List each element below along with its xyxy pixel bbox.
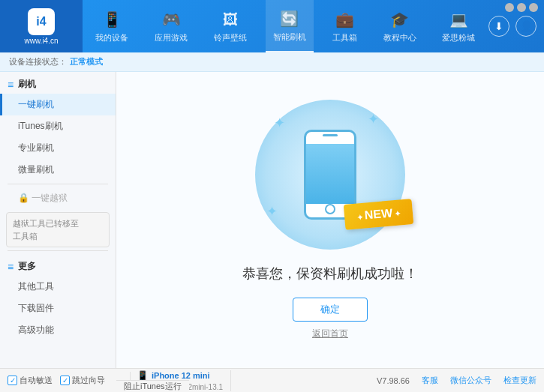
- logo-text: i4: [36, 15, 46, 28]
- illustration: ✦ ✦ ✦ NEW: [255, 100, 405, 250]
- sparkle-2: ✦: [368, 111, 379, 127]
- update-link[interactable]: 检查更新: [503, 375, 536, 386]
- minimize-btn[interactable]: [505, 3, 514, 12]
- nav-my-device-label: 我的设备: [95, 32, 128, 43]
- download-btn[interactable]: ⬇: [488, 16, 509, 37]
- other-tools-label: 其他工具: [18, 281, 54, 292]
- sidebar-item-other-tools[interactable]: 其他工具: [0, 276, 116, 298]
- phone-home: [325, 204, 335, 214]
- sidebar-divider-1: [8, 184, 108, 184]
- header-right: ⬇ 👤: [488, 16, 544, 37]
- flash-section-label: 刷机: [18, 78, 36, 91]
- header: i4 www.i4.cn 📱 我的设备 🎮 应用游戏 🖼 铃声壁纸 🔄 智能刷机…: [0, 0, 544, 52]
- bottom-bar: ✓ 自动敏送 ✓ 跳过向导 📱 iPhone 12 mini 64GB Down…: [0, 368, 544, 392]
- pro-flash-label: 专业刷机: [18, 142, 54, 153]
- apps-icon: 🎮: [161, 9, 182, 30]
- toolbox-icon: 💼: [334, 9, 355, 30]
- sidebar-item-jailbreak: 🔒 一键越狱: [0, 187, 116, 209]
- nav-smart-flash[interactable]: 🔄 智能刷机: [266, 0, 314, 52]
- nav-toolbox[interactable]: 💼 工具箱: [325, 0, 365, 52]
- fans-icon: 💻: [448, 9, 469, 30]
- jailbreak-warning-text: 越狱工具已转移至 工具箱: [13, 219, 79, 241]
- jailbreak-label: 一键越狱: [32, 193, 68, 203]
- nav-toolbox-label: 工具箱: [332, 32, 357, 43]
- sparkle-3: ✦: [266, 203, 278, 220]
- sidebar-item-pro-flash[interactable]: 专业刷机: [0, 137, 116, 159]
- auto-send-label: 自动敏送: [20, 375, 53, 386]
- one-click-flash-label: 一键刷机: [18, 99, 54, 109]
- nav-apps[interactable]: 🎮 应用游戏: [147, 0, 195, 52]
- tutorial-icon: 🎓: [389, 9, 410, 30]
- skip-wizard-label: 跳过向导: [72, 375, 105, 386]
- nav-tutorial-label: 教程中心: [383, 32, 416, 43]
- status-value: 正常模式: [70, 56, 103, 67]
- skip-wizard-checkbox[interactable]: ✓ 跳过向导: [60, 375, 105, 386]
- nav-wallpaper[interactable]: 🖼 铃声壁纸: [206, 0, 254, 52]
- jailbreak-warning: 越狱工具已转移至 工具箱: [6, 212, 110, 247]
- bottom-left: ✓ 自动敏送 ✓ 跳过向导: [8, 375, 124, 386]
- nav-apps-label: 应用游戏: [155, 32, 188, 43]
- auto-send-checkbox[interactable]: ✓ 自动敏送: [8, 375, 53, 386]
- nav-fans[interactable]: 💻 爱思粉城: [434, 0, 482, 52]
- status-label: 设备连接状态：: [9, 56, 67, 67]
- save-flash-label: 微量刷机: [18, 164, 54, 175]
- more-section-icon: ≡: [8, 261, 14, 273]
- advanced-label: 高级功能: [18, 325, 54, 335]
- service-link[interactable]: 客服: [422, 375, 438, 386]
- sidebar-item-download-fw[interactable]: 下载固件: [0, 298, 116, 319]
- sidebar-item-save-flash[interactable]: 微量刷机: [0, 159, 116, 181]
- status-bar: 设备连接状态： 正常模式: [0, 52, 544, 72]
- nav-wallpaper-label: 铃声壁纸: [214, 32, 247, 43]
- smart-flash-icon: 🔄: [279, 8, 300, 29]
- main-layout: ≡ 刷机 一键刷机 iTunes刷机 专业刷机 微量刷机 🔒 一键越狱 越狱工具…: [0, 72, 544, 368]
- itunes-flash-label: iTunes刷机: [18, 121, 63, 131]
- sparkle-1: ✦: [274, 115, 285, 131]
- maximize-btn[interactable]: [517, 3, 526, 12]
- logo-subtitle: www.i4.cn: [24, 37, 58, 45]
- content-area: ✦ ✦ ✦ NEW 恭喜您，保资料刷机成功啦！ 确定 返回首页: [116, 72, 544, 368]
- auto-send-check-icon: ✓: [8, 376, 17, 385]
- skip-wizard-check-icon: ✓: [60, 376, 70, 385]
- sidebar-section-flash: ≡ 刷机: [0, 72, 116, 94]
- phone-circle: ✦ ✦ ✦ NEW: [255, 100, 405, 250]
- logo-icon: i4: [28, 8, 55, 35]
- account-btn[interactable]: 👤: [515, 16, 536, 37]
- success-text: 恭喜您，保资料刷机成功啦！: [242, 265, 418, 283]
- my-device-icon: 📱: [101, 9, 122, 30]
- sidebar: ≡ 刷机 一键刷机 iTunes刷机 专业刷机 微量刷机 🔒 一键越狱 越狱工具…: [0, 72, 116, 368]
- confirm-button[interactable]: 确定: [293, 298, 368, 322]
- sidebar-item-advanced[interactable]: 高级功能: [0, 319, 116, 341]
- nav-fans-label: 爱思粉城: [442, 32, 475, 43]
- sidebar-section-more: ≡ 更多: [0, 254, 116, 276]
- stop-itunes-bar: 阻止iTunes运行: [116, 380, 189, 392]
- sidebar-item-one-click-flash[interactable]: 一键刷机: [0, 94, 116, 115]
- sidebar-divider-2: [8, 250, 108, 251]
- more-section-label: 更多: [18, 260, 36, 273]
- wechat-link[interactable]: 微信公众号: [450, 375, 491, 386]
- new-ribbon: NEW: [344, 199, 414, 230]
- nav-smart-flash-label: 智能刷机: [273, 31, 306, 43]
- close-btn[interactable]: [529, 3, 538, 12]
- phone-speaker: [323, 134, 338, 136]
- version-info: V7.98.66: [377, 376, 410, 385]
- logo-area: i4 www.i4.cn: [0, 0, 83, 52]
- bottom-right: V7.98.66 客服 微信公众号 检查更新: [377, 375, 536, 386]
- nav-items: 📱 我的设备 🎮 应用游戏 🖼 铃声壁纸 🔄 智能刷机 💼 工具箱 🎓 教程中心…: [83, 0, 488, 52]
- device-name: iPhone 12 mini: [152, 371, 210, 380]
- stop-itunes-label[interactable]: 阻止iTunes运行: [124, 381, 182, 392]
- wallpaper-icon: 🖼: [220, 9, 241, 30]
- download-fw-label: 下载固件: [18, 303, 54, 313]
- back-to-main-link[interactable]: 返回首页: [312, 328, 348, 340]
- nav-tutorial[interactable]: 🎓 教程中心: [376, 0, 424, 52]
- phone-screen: [306, 144, 354, 204]
- sidebar-item-itunes-flash[interactable]: iTunes刷机: [0, 115, 116, 137]
- window-controls: [505, 3, 538, 12]
- flash-section-icon: ≡: [8, 79, 14, 91]
- nav-my-device[interactable]: 📱 我的设备: [88, 0, 136, 52]
